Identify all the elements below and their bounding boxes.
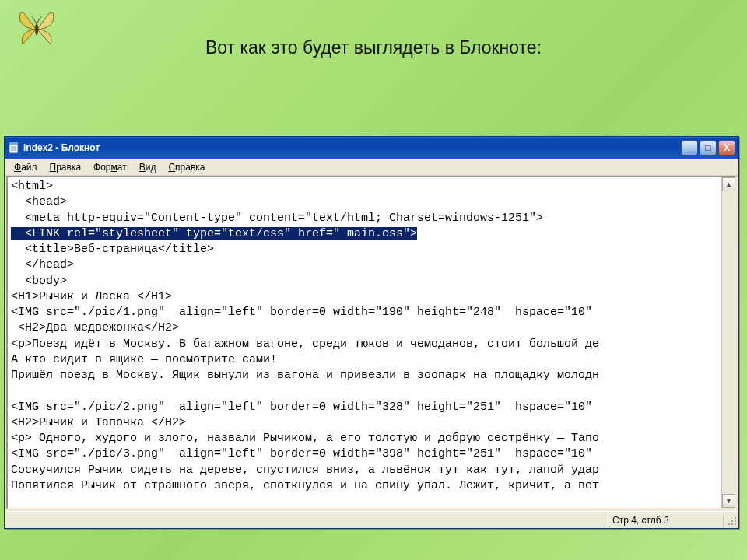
code-line: <IMG src="./pic/1.png" align="left" bord… xyxy=(11,306,599,319)
maximize-button[interactable]: □ xyxy=(700,140,717,156)
svg-point-0 xyxy=(35,23,38,36)
code-line: Соскучился Рычик сидеть на дереве, спуст… xyxy=(11,464,599,477)
code-line-selected: <LINK rel="stylesheet" type="text/css" h… xyxy=(11,227,417,240)
svg-rect-2 xyxy=(9,142,18,145)
status-pane-empty xyxy=(5,513,605,527)
close-button[interactable]: X xyxy=(718,140,735,156)
code-line: <meta http-equiv="Content-type" content=… xyxy=(11,212,543,225)
code-line: <title>Веб-страница</title> xyxy=(11,243,214,256)
svg-point-8 xyxy=(735,520,736,522)
menubar: Файл Правка Формат Вид Справка xyxy=(5,159,738,176)
titlebar: index2 - Блокнот _ □ X xyxy=(5,137,738,159)
minimize-icon: _ xyxy=(687,142,693,153)
svg-point-10 xyxy=(731,523,733,525)
menu-format[interactable]: Формат xyxy=(87,160,133,174)
statusbar: Стр 4, стлб 3 xyxy=(5,511,738,528)
code-line: <H1>Рычик и Ласка </H1> xyxy=(11,290,172,303)
code-line: <H2>Два медвежонка</H2> xyxy=(11,321,179,334)
maximize-icon: □ xyxy=(705,142,710,153)
resize-grip[interactable] xyxy=(724,513,738,527)
minimize-button[interactable]: _ xyxy=(681,140,698,156)
menu-file[interactable]: Файл xyxy=(8,160,44,174)
svg-point-11 xyxy=(735,523,736,525)
notepad-window: index2 - Блокнот _ □ X Файл Правка Форма… xyxy=(4,136,739,529)
client-area: <html> <head> <meta http-equiv="Content-… xyxy=(6,176,737,509)
code-line: А кто сидит в ящике — посмотрите сами! xyxy=(11,353,277,366)
code-line: Попятился Рычик от страшного зверя, спот… xyxy=(11,479,599,492)
menu-edit[interactable]: Правка xyxy=(44,160,88,174)
notepad-app-icon xyxy=(8,142,20,154)
slide-caption: Вот как это будет выглядеть в Блокноте: xyxy=(0,37,747,58)
svg-point-7 xyxy=(731,520,733,522)
code-line: <p> Одного, худого и злого, назвали Рычи… xyxy=(11,432,599,445)
window-title: index2 - Блокнот xyxy=(23,142,679,153)
code-line: <H2>Рычик и Тапочка </H2> xyxy=(11,416,186,429)
svg-point-9 xyxy=(728,523,730,525)
text-area[interactable]: <html> <head> <meta http-equiv="Content-… xyxy=(8,177,721,508)
scroll-up-button[interactable]: ▲ xyxy=(722,177,735,191)
code-line: <IMG src="./pic/3.png" align="left" bord… xyxy=(11,447,599,460)
code-line: <html> xyxy=(11,180,53,193)
code-line: Пришёл поезд в Москву. Ящик вынули из ва… xyxy=(11,369,599,382)
vertical-scrollbar[interactable]: ▲ ▼ xyxy=(721,177,735,508)
close-icon: X xyxy=(724,142,730,153)
scroll-track[interactable] xyxy=(722,191,735,494)
status-cursor-position: Стр 4, стлб 3 xyxy=(607,513,724,527)
code-line: <p>Поезд идёт в Москву. В багажном вагон… xyxy=(11,338,599,351)
scroll-down-button[interactable]: ▼ xyxy=(722,494,735,508)
menu-view[interactable]: Вид xyxy=(133,160,163,174)
svg-point-6 xyxy=(735,517,736,519)
code-line: <IMG src="./pic/2.png" align="left" bord… xyxy=(11,401,599,414)
menu-help[interactable]: Справка xyxy=(162,160,211,174)
code-line: </head> xyxy=(11,258,74,271)
code-line: <body> xyxy=(11,275,67,288)
code-line: <head> xyxy=(11,195,67,208)
